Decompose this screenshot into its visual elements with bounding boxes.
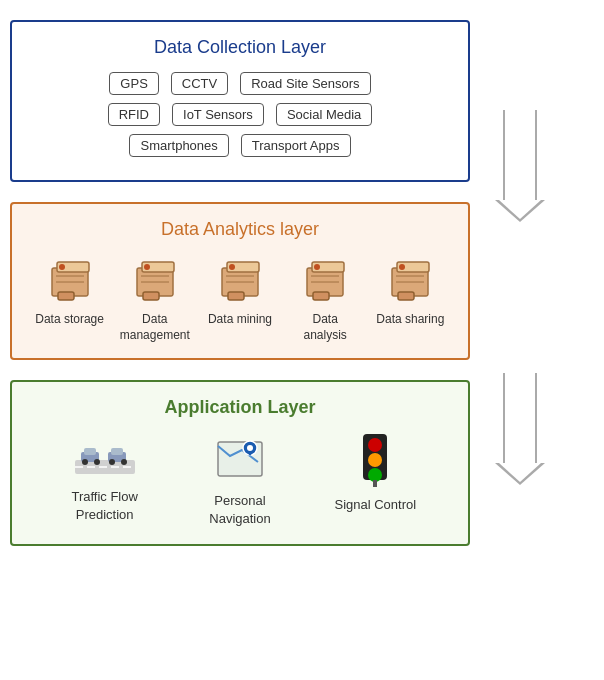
svg-rect-21 bbox=[313, 292, 329, 300]
svg-rect-3 bbox=[58, 292, 74, 300]
sharing-icon bbox=[384, 254, 436, 306]
svg-rect-48 bbox=[373, 480, 377, 487]
app-item-navigation: Personal Navigation bbox=[190, 432, 290, 528]
analytics-icons-row: Data storage Data management bbox=[27, 254, 453, 343]
svg-rect-9 bbox=[143, 292, 159, 300]
tag-rfid: RFID bbox=[108, 103, 160, 126]
app-item-signal: Signal Control bbox=[325, 432, 425, 514]
svg-point-26 bbox=[399, 264, 405, 270]
signal-control-icon bbox=[355, 432, 395, 488]
tag-road-site-sensors: Road Site Sensors bbox=[240, 72, 370, 95]
app-item-traffic: Traffic Flow Prediction bbox=[55, 432, 155, 524]
collection-row2: RFID IoT Sensors Social Media bbox=[27, 103, 453, 126]
traffic-flow-icon bbox=[75, 432, 135, 480]
analytics-label-storage: Data storage bbox=[35, 312, 104, 328]
svg-rect-27 bbox=[398, 292, 414, 300]
analytics-item-management: Data management bbox=[120, 254, 190, 343]
data-collection-layer: Data Collection Layer GPS CCTV Road Site… bbox=[10, 20, 470, 182]
svg-point-47 bbox=[368, 468, 382, 482]
svg-rect-33 bbox=[84, 448, 96, 455]
svg-point-8 bbox=[144, 264, 150, 270]
navigation-icon bbox=[214, 432, 266, 484]
analytics-label-management: Data management bbox=[120, 312, 190, 343]
svg-point-14 bbox=[229, 264, 235, 270]
collection-row1: GPS CCTV Road Site Sensors bbox=[27, 72, 453, 95]
analytics-item-sharing: Data sharing bbox=[375, 254, 445, 328]
arrow-1 bbox=[495, 110, 545, 222]
tag-smartphones: Smartphones bbox=[129, 134, 228, 157]
svg-point-46 bbox=[368, 453, 382, 467]
application-icons-row: Traffic Flow Prediction Personal Navigat… bbox=[27, 432, 453, 528]
svg-point-43 bbox=[247, 445, 253, 451]
svg-point-38 bbox=[109, 459, 115, 465]
collection-row3: Smartphones Transport Apps bbox=[27, 134, 453, 157]
collection-title: Data Collection Layer bbox=[27, 37, 453, 58]
tag-iot-sensors: IoT Sensors bbox=[172, 103, 264, 126]
app-label-traffic: Traffic Flow Prediction bbox=[55, 488, 155, 524]
svg-point-45 bbox=[368, 438, 382, 452]
app-label-signal: Signal Control bbox=[334, 496, 416, 514]
application-title: Application Layer bbox=[27, 397, 453, 418]
svg-rect-37 bbox=[111, 448, 123, 455]
svg-point-2 bbox=[59, 264, 65, 270]
svg-point-20 bbox=[314, 264, 320, 270]
data-analytics-layer: Data Analytics layer Data storage bbox=[10, 202, 470, 360]
analytics-item-analysis: Data analysis bbox=[290, 254, 360, 343]
svg-point-34 bbox=[82, 459, 88, 465]
analytics-item-storage: Data storage bbox=[35, 254, 105, 328]
svg-point-39 bbox=[121, 459, 127, 465]
management-icon bbox=[129, 254, 181, 306]
analytics-title: Data Analytics layer bbox=[27, 219, 453, 240]
svg-rect-15 bbox=[228, 292, 244, 300]
mining-icon bbox=[214, 254, 266, 306]
arrows-column bbox=[470, 20, 570, 546]
analytics-item-mining: Data mining bbox=[205, 254, 275, 328]
svg-point-35 bbox=[94, 459, 100, 465]
tag-cctv: CCTV bbox=[171, 72, 228, 95]
analysis-icon bbox=[299, 254, 351, 306]
analytics-label-mining: Data mining bbox=[208, 312, 272, 328]
app-label-navigation: Personal Navigation bbox=[190, 492, 290, 528]
tag-social-media: Social Media bbox=[276, 103, 372, 126]
analytics-label-analysis: Data analysis bbox=[290, 312, 360, 343]
application-layer: Application Layer bbox=[10, 380, 470, 545]
storage-icon bbox=[44, 254, 96, 306]
analytics-label-sharing: Data sharing bbox=[376, 312, 444, 328]
tag-transport-apps: Transport Apps bbox=[241, 134, 351, 157]
tag-gps: GPS bbox=[109, 72, 158, 95]
arrow-2 bbox=[495, 373, 545, 485]
